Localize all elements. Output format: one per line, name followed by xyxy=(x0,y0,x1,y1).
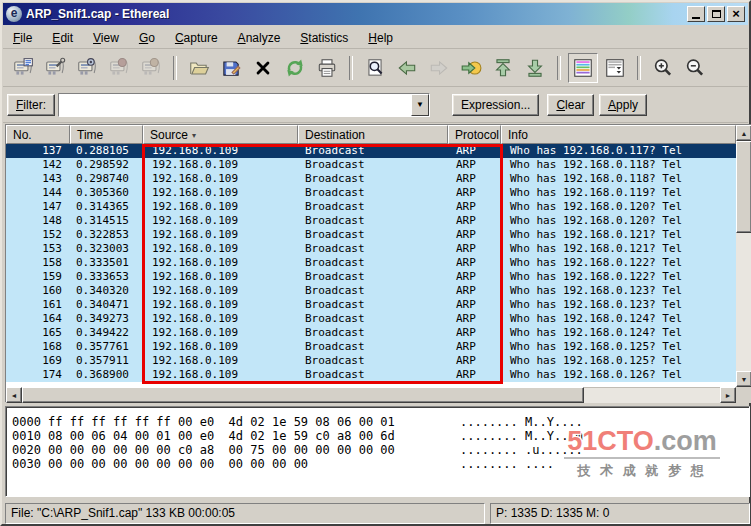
column-header-time[interactable]: Time xyxy=(70,125,143,144)
packet-row-161[interactable]: 1610.340471192.168.0.109BroadcastARPWho … xyxy=(6,298,736,312)
scroll-down-button[interactable]: ▼ xyxy=(736,371,751,387)
cell-no: 143 xyxy=(6,172,70,186)
hex-offset: 0020 xyxy=(6,443,48,457)
apply-button[interactable]: Apply xyxy=(599,94,647,116)
hex-dump-pane[interactable]: 0000ff ff ff ff ff ff 00 e0 4d 02 1e 59 … xyxy=(5,406,750,497)
packet-row-174[interactable]: 1740.368900192.168.0.109BroadcastARPWho … xyxy=(6,368,736,382)
go-to-top-button[interactable] xyxy=(488,53,518,83)
cell-info: Who has 192.168.0.121? Tel xyxy=(501,242,736,256)
capture-options-icon xyxy=(44,57,66,79)
column-header-source[interactable]: Source▾ xyxy=(143,125,298,144)
minimize-button[interactable] xyxy=(687,6,705,22)
packet-row-165[interactable]: 1650.349422192.168.0.109BroadcastARPWho … xyxy=(6,326,736,340)
cell-info: Who has 192.168.0.117? Tel xyxy=(501,144,736,158)
cell-source: 192.168.0.109 xyxy=(143,242,298,256)
interface-list-button[interactable] xyxy=(8,53,38,83)
menu-statistics[interactable]: Statistics xyxy=(290,29,358,47)
cell-info: Who has 192.168.0.122? Tel xyxy=(501,270,736,284)
expression-button[interactable]: Expression... xyxy=(452,94,539,116)
cell-info: Who has 192.168.0.119? Tel xyxy=(501,186,736,200)
capture-stop-button[interactable] xyxy=(104,53,134,83)
ethereal-window: e ARP_Snif1.cap - Ethereal × FileEditVie… xyxy=(0,0,751,526)
vertical-scrollbar-thumb[interactable] xyxy=(736,141,751,233)
capture-options-button[interactable] xyxy=(40,53,70,83)
go-forward-button[interactable] xyxy=(424,53,454,83)
bottom-arrow-icon xyxy=(524,57,546,79)
go-back-button[interactable] xyxy=(392,53,422,83)
menu-view[interactable]: View xyxy=(83,29,129,47)
maximize-icon xyxy=(712,10,721,18)
column-header-info[interactable]: Info xyxy=(501,125,736,144)
cell-info: Who has 192.168.0.125? Tel xyxy=(501,354,736,368)
capture-restart-button[interactable] xyxy=(136,53,166,83)
packet-row-142[interactable]: 1420.298592192.168.0.109BroadcastARPWho … xyxy=(6,158,736,172)
menu-edit[interactable]: Edit xyxy=(42,29,83,47)
cell-source: 192.168.0.109 xyxy=(143,186,298,200)
cell-destination: Broadcast xyxy=(298,242,448,256)
cell-protocol: ARP xyxy=(448,256,501,270)
cell-protocol: ARP xyxy=(448,242,501,256)
menu-file[interactable]: File xyxy=(3,29,42,47)
zoom-in-button[interactable] xyxy=(648,53,678,83)
save-file-button[interactable] xyxy=(216,53,246,83)
packet-row-159[interactable]: 1590.333653192.168.0.109BroadcastARPWho … xyxy=(6,270,736,284)
cell-source: 192.168.0.109 xyxy=(143,298,298,312)
packet-row-147[interactable]: 1470.314365192.168.0.109BroadcastARPWho … xyxy=(6,200,736,214)
find-packet-button[interactable] xyxy=(360,53,390,83)
zoom-out-button[interactable] xyxy=(680,53,710,83)
print-button[interactable] xyxy=(312,53,342,83)
packet-row-168[interactable]: 1680.357761192.168.0.109BroadcastARPWho … xyxy=(6,340,736,354)
menu-go[interactable]: Go xyxy=(129,29,165,47)
horizontal-scrollbar-thumb[interactable] xyxy=(22,387,584,403)
cell-no: 169 xyxy=(6,354,70,368)
packet-row-152[interactable]: 1520.322853192.168.0.109BroadcastARPWho … xyxy=(6,228,736,242)
menu-capture[interactable]: Capture xyxy=(165,29,228,47)
back-arrow-icon xyxy=(396,57,418,79)
cell-source: 192.168.0.109 xyxy=(143,256,298,270)
clear-button[interactable]: Clear xyxy=(547,94,594,116)
go-to-packet-button[interactable] xyxy=(456,53,486,83)
cell-time: 0.340320 xyxy=(70,284,143,298)
menu-analyze[interactable]: Analyze xyxy=(228,29,291,47)
cell-protocol: ARP xyxy=(448,228,501,242)
hex-ascii: ........ M..Y...m xyxy=(460,429,583,443)
top-arrow-icon xyxy=(492,57,514,79)
column-header-protocol[interactable]: Protocol xyxy=(448,125,501,144)
ethereal-logo-icon[interactable]: e xyxy=(6,6,22,22)
hex-line-0010: 001008 00 06 04 00 01 00 e0 4d 02 1e 59 … xyxy=(6,429,749,443)
forward-arrow-icon xyxy=(428,57,450,79)
cell-destination: Broadcast xyxy=(298,312,448,326)
packet-row-144[interactable]: 1440.305360192.168.0.109BroadcastARPWho … xyxy=(6,186,736,200)
packet-row-137[interactable]: 1370.288105192.168.0.109BroadcastARPWho … xyxy=(6,144,736,158)
reload-button[interactable] xyxy=(280,53,310,83)
packet-row-169[interactable]: 1690.357911192.168.0.109BroadcastARPWho … xyxy=(6,354,736,368)
close-button[interactable]: × xyxy=(727,6,745,22)
cell-info: Who has 192.168.0.118? Tel xyxy=(501,158,736,172)
go-to-bottom-button[interactable] xyxy=(520,53,550,83)
colorize-button[interactable] xyxy=(568,53,598,83)
open-file-button[interactable] xyxy=(184,53,214,83)
packet-row-160[interactable]: 1600.340320192.168.0.109BroadcastARPWho … xyxy=(6,284,736,298)
scroll-right-button[interactable]: ► xyxy=(720,387,736,403)
column-header-no[interactable]: No. xyxy=(6,125,70,144)
cell-info: Who has 192.168.0.125? Tel xyxy=(501,340,736,354)
scroll-left-button[interactable]: ◄ xyxy=(6,387,22,403)
filter-input[interactable] xyxy=(59,94,411,116)
capture-start-button[interactable] xyxy=(72,53,102,83)
menu-help[interactable]: Help xyxy=(358,29,403,47)
cell-protocol: ARP xyxy=(448,298,501,312)
packet-row-164[interactable]: 1640.349273192.168.0.109BroadcastARPWho … xyxy=(6,312,736,326)
packet-row-153[interactable]: 1530.323003192.168.0.109BroadcastARPWho … xyxy=(6,242,736,256)
packet-row-158[interactable]: 1580.333501192.168.0.109BroadcastARPWho … xyxy=(6,256,736,270)
cell-time: 0.357761 xyxy=(70,340,143,354)
close-icon: × xyxy=(732,9,740,19)
filter-dropdown-button[interactable]: ▼ xyxy=(411,94,429,116)
filter-button[interactable]: Filter: xyxy=(7,94,55,116)
auto-scroll-button[interactable] xyxy=(600,53,630,83)
close-file-button[interactable] xyxy=(248,53,278,83)
maximize-button[interactable] xyxy=(707,6,725,22)
column-header-destination[interactable]: Destination xyxy=(298,125,448,144)
packet-row-148[interactable]: 1480.314515192.168.0.109BroadcastARPWho … xyxy=(6,214,736,228)
scroll-up-button[interactable]: ▲ xyxy=(736,125,751,141)
packet-row-143[interactable]: 1430.298740192.168.0.109BroadcastARPWho … xyxy=(6,172,736,186)
